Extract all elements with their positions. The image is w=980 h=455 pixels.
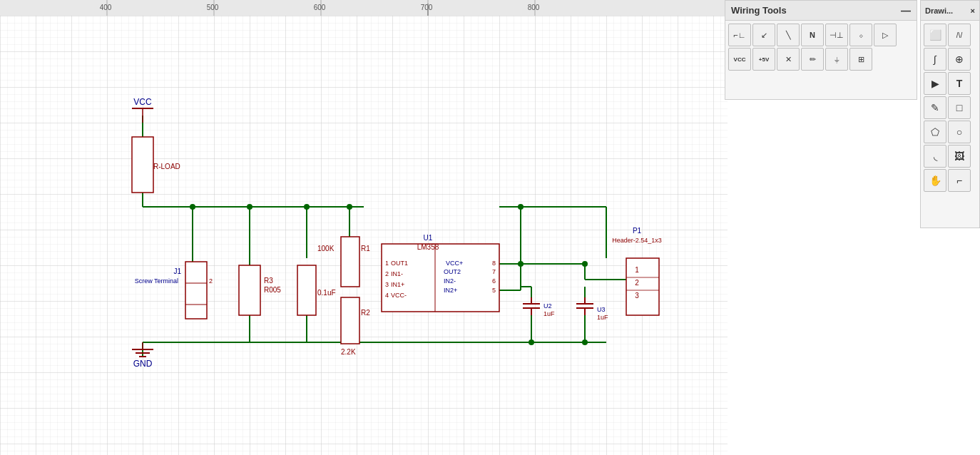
image-tool[interactable]: 🖼 xyxy=(948,145,971,168)
svg-text:5: 5 xyxy=(492,287,496,294)
svg-text:U3: U3 xyxy=(597,306,606,313)
cross-tool[interactable]: ✕ xyxy=(777,48,800,71)
svg-rect-66 xyxy=(297,265,316,315)
circle-tool[interactable]: ○ xyxy=(948,121,971,143)
global-label-tool[interactable]: ▷ xyxy=(874,24,897,46)
net-flag-tool[interactable]: ⬦ xyxy=(849,24,872,46)
svg-rect-68 xyxy=(341,237,359,287)
svg-point-50 xyxy=(582,339,588,345)
svg-rect-94 xyxy=(626,258,659,315)
junction-tool[interactable]: ⊣⊥ xyxy=(825,24,848,46)
svg-text:1: 1 xyxy=(635,266,639,274)
svg-rect-13 xyxy=(0,16,728,455)
svg-text:3: 3 xyxy=(635,292,639,300)
draw-row-7: ✋ ⌐ xyxy=(924,169,976,192)
draw-row-5: ⬠ ○ xyxy=(924,121,976,143)
svg-text:GND: GND xyxy=(133,359,153,369)
hand-tool[interactable]: ✋ xyxy=(924,169,946,192)
svg-rect-57 xyxy=(185,262,207,319)
draw-row-4: ✎ □ xyxy=(924,96,976,119)
arc-tool[interactable]: ◟ xyxy=(924,145,946,168)
svg-text:VCC+: VCC+ xyxy=(446,260,463,267)
svg-text:IN1-: IN1- xyxy=(391,270,403,277)
svg-point-49 xyxy=(582,261,588,267)
text-tool[interactable]: T xyxy=(948,72,971,95)
svg-text:IN2+: IN2+ xyxy=(444,287,457,294)
rect-tool[interactable]: □ xyxy=(948,96,971,119)
rect-select-tool[interactable]: ⬜ xyxy=(924,24,946,46)
ruler-top: 400 500 600 700 800 xyxy=(0,0,728,16)
svg-text:400: 400 xyxy=(100,4,112,11)
bus-entry-tool[interactable]: ↙ xyxy=(752,24,775,46)
drawing-tools-panel: Drawi... × ⬜ /\/ ∫ ⊕ ▶ T ✎ □ ⬠ ○ xyxy=(920,0,980,228)
svg-text:Screw Terminal: Screw Terminal xyxy=(135,277,178,285)
wiring-tools-row2: VCC +5V ✕ ✏ ⏚ ⊞ xyxy=(728,48,914,71)
svg-point-46 xyxy=(347,204,352,210)
net-tie-tool[interactable]: ⏚ xyxy=(825,48,848,71)
svg-text:1uF: 1uF xyxy=(543,310,555,317)
waveform-tool[interactable]: /\/ xyxy=(948,24,971,46)
vplus-power-tool[interactable]: +5V xyxy=(752,48,775,71)
svg-rect-55 xyxy=(132,137,153,193)
svg-text:700: 700 xyxy=(421,4,433,11)
svg-point-47 xyxy=(518,204,524,210)
svg-text:OUT2: OUT2 xyxy=(444,268,461,275)
svg-text:VCC: VCC xyxy=(133,97,152,107)
canvas-area[interactable]: 400 500 600 700 800 xyxy=(0,0,728,455)
svg-text:3: 3 xyxy=(385,281,389,288)
wiring-tools-body: ⌐∟ ↙ ╲ N ⊣⊥ ⬦ ▷ VCC +5V ✕ ✏ ⏚ ⊞ xyxy=(725,21,917,73)
curve-tool[interactable]: ∫ xyxy=(924,48,946,71)
svg-text:4: 4 xyxy=(385,292,389,299)
wire-tool[interactable]: ⌐∟ xyxy=(728,24,751,46)
svg-rect-71 xyxy=(341,297,359,344)
draw-row-2: ∫ ⊕ xyxy=(924,48,976,71)
svg-text:OUT1: OUT1 xyxy=(391,260,408,267)
svg-text:0.1uF: 0.1uF xyxy=(317,289,336,297)
drawing-tools-header: Drawi... × xyxy=(921,1,979,21)
bus-tool[interactable]: ⊞ xyxy=(849,48,872,71)
svg-text:Header-2.54_1x3: Header-2.54_1x3 xyxy=(612,237,662,244)
wiring-tools-header: Wiring Tools — xyxy=(725,1,917,21)
svg-text:8: 8 xyxy=(492,260,496,267)
svg-text:R2: R2 xyxy=(361,309,370,317)
svg-text:R-LOAD: R-LOAD xyxy=(153,163,180,170)
svg-text:VCC-: VCC- xyxy=(391,292,407,299)
svg-text:U1: U1 xyxy=(424,234,433,242)
main-area: 400 500 600 700 800 xyxy=(0,0,980,455)
wiring-tools-row1: ⌐∟ ↙ ╲ N ⊣⊥ ⬦ ▷ xyxy=(728,24,914,46)
svg-text:500: 500 xyxy=(207,4,219,11)
svg-text:R1: R1 xyxy=(361,245,370,252)
svg-point-45 xyxy=(304,204,310,210)
minimize-button[interactable]: — xyxy=(901,5,911,16)
svg-text:R3: R3 xyxy=(264,277,273,285)
vcc-power-tool[interactable]: VCC xyxy=(728,48,751,71)
arrow-right-tool[interactable]: ▶ xyxy=(924,72,946,95)
svg-text:600: 600 xyxy=(314,4,326,11)
no-connect-tool[interactable]: N xyxy=(801,24,824,46)
pentagon-tool[interactable]: ⬠ xyxy=(924,121,946,143)
svg-point-51 xyxy=(529,339,534,345)
wiring-tools-panel: Wiring Tools — ⌐∟ ↙ ╲ N ⊣⊥ ⬦ ▷ VCC +5V ✕… xyxy=(725,0,917,100)
draw-row-3: ▶ T xyxy=(924,72,976,95)
svg-text:1: 1 xyxy=(385,260,389,267)
svg-text:2: 2 xyxy=(209,277,213,285)
svg-point-44 xyxy=(247,204,252,210)
circuit-svg[interactable]: VCC R-LOAD J1 Screw Terminal 2 R3 R005 0… xyxy=(0,16,728,455)
edit-tool[interactable]: ✏ xyxy=(801,48,824,71)
svg-text:1uF: 1uF xyxy=(597,314,608,321)
svg-text:7: 7 xyxy=(492,268,496,275)
draw-row-6: ◟ 🖼 xyxy=(924,145,976,168)
svg-text:R005: R005 xyxy=(264,286,281,294)
svg-text:2: 2 xyxy=(385,270,389,277)
svg-rect-63 xyxy=(239,265,260,315)
line-tool[interactable]: ╲ xyxy=(777,24,800,46)
drawing-tools-close[interactable]: × xyxy=(971,6,975,15)
circle-plus-tool[interactable]: ⊕ xyxy=(948,48,971,71)
svg-point-43 xyxy=(190,204,195,210)
wiring-tools-title: Wiring Tools xyxy=(731,5,787,16)
corner-tool[interactable]: ⌐ xyxy=(948,169,971,192)
svg-rect-74 xyxy=(382,244,499,312)
draw-row-1: ⬜ /\/ xyxy=(924,24,976,46)
svg-text:U2: U2 xyxy=(543,302,552,310)
pencil-tool[interactable]: ✎ xyxy=(924,96,946,119)
